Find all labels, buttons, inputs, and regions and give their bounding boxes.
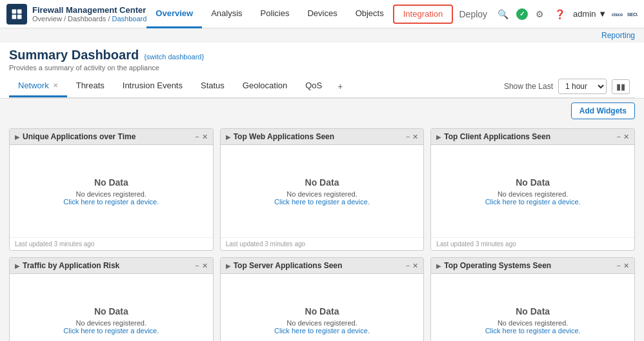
widget-traffic-by-risk-no-data: No Data [94,306,128,317]
tabs-row: Network ✕ Threats Intrusion Events Statu… [9,75,635,98]
search-button[interactable]: 🔍 [495,6,511,22]
widget-unique-apps-controls: − ✕ [195,133,207,141]
widget-top-web-apps-close[interactable]: ✕ [412,133,418,141]
widget-top-web-apps: ▶ Top Web Applications Seen − ✕ No Data … [220,128,425,251]
pause-button[interactable]: ▮▮ [612,79,630,94]
widget-traffic-by-risk-header: ▶ Traffic by Application Risk − ✕ [10,258,213,274]
widget-top-web-apps-register-link[interactable]: Click here to register a device. [274,198,370,206]
widget-grid: ▶ Unique Applications over Time − ✕ No D… [0,123,644,341]
tab-geolocation[interactable]: Geolocation [234,75,296,97]
widget-unique-apps-header: ▶ Unique Applications over Time − ✕ [10,129,213,145]
widget-top-os-expand-icon[interactable]: ▶ [436,262,441,269]
logo-icon [6,4,27,24]
deploy-button[interactable]: Deploy [457,6,490,22]
widget-traffic-by-risk-register-link[interactable]: Click here to register a device. [63,327,159,335]
widget-top-server-apps-register-link[interactable]: Click here to register a device. [274,327,370,335]
widget-top-client-apps-controls: − ✕ [617,133,629,141]
widget-unique-apps-no-data: No Data [94,177,128,188]
widget-top-os-body: No Data No devices registered. Click her… [431,274,634,341]
settings-button[interactable]: ⚙ [533,6,547,22]
widget-top-client-apps-footer: Last updated 3 minutes ago [431,237,634,250]
widget-top-os-header: ▶ Top Operating Systems Seen − ✕ [431,258,634,274]
nav-policies[interactable]: Policies [252,0,299,28]
widget-top-client-apps-register-link[interactable]: Click here to register a device. [485,198,581,206]
widget-traffic-by-risk-controls: − ✕ [195,262,207,270]
widget-top-os: ▶ Top Operating Systems Seen − ✕ No Data… [430,257,635,341]
nav-analysis[interactable]: Analysis [202,0,251,28]
widget-top-os-no-data: No Data [516,306,550,317]
widget-top-web-apps-header: ▶ Top Web Applications Seen − ✕ [221,129,424,145]
widget-traffic-by-risk-close[interactable]: ✕ [202,262,208,270]
widget-top-web-apps-footer: Last updated 3 minutes ago [221,237,424,250]
widget-traffic-by-risk-body: No Data No devices registered. Click her… [10,274,213,341]
widget-top-server-apps-close[interactable]: ✕ [412,262,418,270]
widget-top-client-apps-close[interactable]: ✕ [623,133,629,141]
tab-add-button[interactable]: + [331,77,349,95]
widget-traffic-by-risk-msg: No devices registered. [76,319,146,327]
tab-network[interactable]: Network ✕ [9,75,67,97]
widget-top-client-apps: ▶ Top Client Applications Seen − ✕ No Da… [430,128,635,251]
widget-unique-apps-msg: No devices registered. [76,190,146,198]
page-subtitle: Provides a summary of activity on the ap… [9,63,635,75]
widget-top-os-close[interactable]: ✕ [623,262,629,270]
tab-threats[interactable]: Threats [67,75,114,97]
svg-text:SECURE: SECURE [627,12,638,17]
widget-top-client-apps-no-data: No Data [516,177,550,188]
switch-dashboard-link[interactable]: {switch dashboard} [144,53,204,61]
widget-top-server-apps-expand-icon[interactable]: ▶ [226,262,231,269]
widget-top-os-minimize[interactable]: − [617,262,621,269]
nav-objects[interactable]: Objects [347,0,393,28]
help-button[interactable]: ❓ [552,6,568,22]
nav-integration[interactable]: Integration [393,5,453,24]
reporting-bar: Reporting [0,28,644,43]
widget-traffic-by-risk-minimize[interactable]: − [195,262,199,269]
widget-unique-apps-footer: Last updated 3 minutes ago [10,237,213,250]
widget-top-server-apps-controls: − ✕ [406,262,418,270]
widget-top-server-apps-minimize[interactable]: − [406,262,410,269]
widget-top-web-apps-msg: No devices registered. [287,190,357,198]
widget-unique-apps: ▶ Unique Applications over Time − ✕ No D… [9,128,214,251]
widget-traffic-by-risk-expand-icon[interactable]: ▶ [15,262,20,269]
reporting-link[interactable]: Reporting [601,31,635,40]
widget-top-server-apps-title: Top Server Applications Seen [234,261,403,270]
widget-unique-apps-body: No Data No devices registered. Click her… [10,145,213,237]
show-last-label: Show the Last [504,82,553,91]
tabs-right-controls: Show the Last 1 hour 3 hours 6 hours 1 d… [504,79,635,94]
widget-unique-apps-close[interactable]: ✕ [202,133,208,141]
nav-devices[interactable]: Devices [298,0,346,28]
toolbar: Add Widgets [0,99,644,123]
widget-top-web-apps-title: Top Web Applications Seen [234,132,403,141]
widget-top-client-apps-msg: No devices registered. [498,190,568,198]
nav-overview[interactable]: Overview [146,0,202,28]
widget-top-web-apps-minimize[interactable]: − [406,133,410,141]
widget-top-server-apps: ▶ Top Server Applications Seen − ✕ No Da… [220,257,425,341]
widget-unique-apps-register-link[interactable]: Click here to register a device. [63,198,159,206]
widget-top-os-msg: No devices registered. [498,319,568,327]
widget-top-os-title: Top Operating Systems Seen [444,261,614,270]
tab-network-close[interactable]: ✕ [53,82,58,89]
tab-qos[interactable]: QoS [296,75,331,97]
svg-rect-2 [12,14,17,19]
widget-unique-apps-minimize[interactable]: − [195,133,199,141]
widget-top-server-apps-header: ▶ Top Server Applications Seen − ✕ [221,258,424,274]
tab-status[interactable]: Status [192,75,234,97]
widget-top-client-apps-title: Top Client Applications Seen [444,132,614,141]
widget-top-web-apps-body: No Data No devices registered. Click her… [221,145,424,237]
widget-top-os-controls: − ✕ [617,262,629,270]
widget-top-client-apps-body: No Data No devices registered. Click her… [431,145,634,237]
svg-rect-1 [17,9,22,14]
tab-intrusion-events[interactable]: Intrusion Events [114,75,192,97]
show-last-select[interactable]: 1 hour 3 hours 6 hours 1 day [558,79,607,94]
widget-top-web-apps-expand-icon[interactable]: ▶ [226,133,231,141]
add-widgets-button[interactable]: Add Widgets [571,102,635,119]
widget-unique-apps-expand-icon[interactable]: ▶ [15,133,20,141]
main-nav: Overview Analysis Policies Devices Objec… [146,0,456,28]
widget-top-os-register-link[interactable]: Click here to register a device. [485,327,581,335]
widget-top-web-apps-no-data: No Data [305,177,339,188]
app-name: Firewall Management Center [32,5,146,15]
widget-top-client-apps-expand-icon[interactable]: ▶ [436,133,441,141]
widget-top-client-apps-minimize[interactable]: − [617,133,621,141]
page-title: Summary Dashboard [9,48,139,63]
admin-button[interactable]: admin ▼ [573,9,607,19]
breadcrumb: Overview / Dashboards / Dashboard [32,15,146,23]
